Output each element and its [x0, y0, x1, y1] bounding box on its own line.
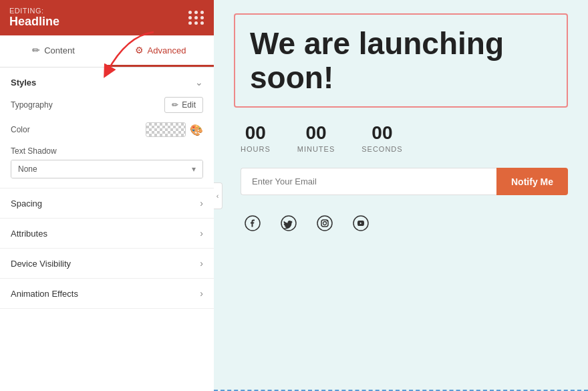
- instagram-icon[interactable]: [313, 211, 337, 235]
- device-visibility-label: Device Visibility: [11, 259, 71, 269]
- drag-handle-icon[interactable]: [188, 11, 204, 25]
- countdown-row: 00 HOURS 00 MINUTES 00 SECONDS: [234, 122, 403, 153]
- tab-content[interactable]: ✏ Content: [0, 35, 107, 67]
- countdown-seconds-label: SECONDS: [361, 145, 402, 153]
- social-icons-row: [234, 211, 373, 235]
- svg-point-6: [353, 216, 368, 231]
- text-shadow-select[interactable]: None Small Medium Large: [11, 160, 185, 178]
- color-row: Color 🎨: [11, 122, 203, 137]
- palette-icon[interactable]: 🎨: [190, 124, 203, 136]
- spacing-label: Spacing: [11, 199, 42, 209]
- color-swatch-row: 🎨: [146, 122, 203, 137]
- attributes-chevron-icon: ›: [200, 228, 203, 239]
- youtube-icon[interactable]: [349, 211, 373, 235]
- email-notify-row: Notify Me: [234, 168, 568, 195]
- pencil-small-icon: ✏: [172, 100, 178, 110]
- typography-label: Typography: [11, 100, 53, 110]
- animation-effects-label: Animation Effects: [11, 289, 78, 299]
- countdown-minutes-value: 00: [305, 122, 326, 144]
- svg-point-2: [317, 216, 332, 231]
- tab-advanced-label: Advanced: [148, 45, 186, 55]
- device-visibility-chevron-icon: ›: [200, 258, 203, 269]
- styles-chevron-icon: ⌄: [195, 77, 203, 88]
- animation-effects-header[interactable]: Animation Effects ›: [11, 288, 203, 299]
- color-label: Color: [11, 125, 30, 134]
- notify-button[interactable]: Notify Me: [496, 168, 568, 195]
- countdown-minutes-label: MINUTES: [297, 145, 335, 153]
- pencil-icon: ✏: [32, 45, 40, 55]
- facebook-icon[interactable]: [241, 211, 265, 235]
- color-swatch[interactable]: [146, 122, 186, 137]
- editing-header: EDITING: Headline: [0, 0, 214, 35]
- countdown-hours: 00 HOURS: [241, 122, 271, 153]
- styles-section: Styles ⌄ Typography ✏ Edit Color 🎨: [0, 68, 214, 188]
- device-visibility-section: Device Visibility ›: [0, 249, 214, 279]
- left-panel: EDITING: Headline ✏ Content ⚙ Advanced: [0, 0, 214, 391]
- headline-text: We are launching soon!: [250, 27, 552, 94]
- headline-box[interactable]: We are launching soon!: [234, 13, 568, 108]
- typography-row: Typography ✏ Edit: [11, 97, 203, 113]
- text-shadow-select-wrap: None Small Medium Large ▾: [11, 160, 203, 178]
- countdown-hours-label: HOURS: [241, 145, 271, 153]
- select-arrow-icon: ▾: [185, 160, 202, 178]
- twitter-icon[interactable]: [277, 211, 301, 235]
- typography-edit-button[interactable]: ✏ Edit: [164, 97, 203, 113]
- animation-effects-section: Animation Effects ›: [0, 279, 214, 309]
- right-panel: ‹ We are launching soon! 00 HOURS 00 MIN…: [214, 0, 588, 391]
- email-input[interactable]: [241, 168, 496, 195]
- tabs-bar: ✏ Content ⚙ Advanced: [0, 35, 214, 68]
- content-area: We are launching soon! 00 HOURS 00 MINUT…: [214, 0, 588, 390]
- settings-icon: ⚙: [135, 45, 144, 55]
- countdown-seconds: 00 SECONDS: [361, 122, 402, 153]
- countdown-hours-value: 00: [245, 122, 266, 144]
- editing-label: EDITING:: [9, 7, 59, 15]
- text-shadow-row: Text Shadow None Small Medium Large ▾: [11, 146, 203, 178]
- text-shadow-label: Text Shadow: [11, 146, 203, 156]
- attributes-header[interactable]: Attributes ›: [11, 228, 203, 239]
- styles-title: Styles: [11, 78, 36, 88]
- panel-body: Styles ⌄ Typography ✏ Edit Color 🎨: [0, 68, 214, 391]
- spacing-section: Spacing ›: [0, 188, 214, 219]
- svg-point-4: [323, 222, 327, 225]
- attributes-label: Attributes: [11, 229, 47, 239]
- tab-advanced[interactable]: ⚙ Advanced: [107, 35, 214, 67]
- attributes-section: Attributes ›: [0, 219, 214, 249]
- collapse-handle[interactable]: ‹: [214, 182, 223, 209]
- spacing-chevron-icon: ›: [200, 198, 203, 209]
- device-visibility-header[interactable]: Device Visibility ›: [11, 258, 203, 269]
- typography-edit-label: Edit: [182, 100, 196, 110]
- editing-info: EDITING: Headline: [9, 7, 59, 29]
- spacing-header[interactable]: Spacing ›: [11, 198, 203, 209]
- countdown-seconds-value: 00: [372, 122, 392, 144]
- svg-point-5: [327, 221, 328, 222]
- editing-title: Headline: [9, 15, 59, 29]
- countdown-minutes: 00 MINUTES: [297, 122, 335, 153]
- tab-content-label: Content: [44, 45, 75, 55]
- animation-effects-chevron-icon: ›: [200, 288, 203, 299]
- styles-section-header[interactable]: Styles ⌄: [11, 77, 203, 88]
